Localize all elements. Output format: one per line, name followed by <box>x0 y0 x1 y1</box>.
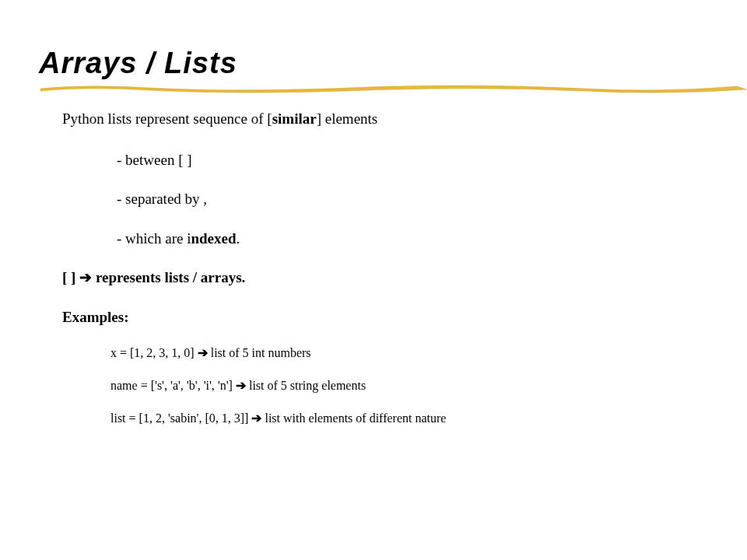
intro-bold: similar <box>272 110 317 127</box>
example-3-post: list with elements of different nature <box>261 411 446 425</box>
examples-label: Examples: <box>62 306 708 329</box>
examples-group: x = [1, 2, 3, 1, 0] ➔ list of 5 int numb… <box>62 344 708 428</box>
represents-post: represents lists / arrays. <box>92 269 245 285</box>
example-1-post: list of 5 int numbers <box>208 346 311 359</box>
bullet-3-post: . <box>237 230 240 247</box>
arrow-icon: ➔ <box>79 269 92 285</box>
intro-post: ] elements <box>317 110 378 127</box>
title-underline-stroke <box>40 82 747 96</box>
example-2: name = ['s', 'a', 'b', 'i', 'n'] ➔ list … <box>110 376 708 395</box>
arrow-icon: ➔ <box>236 379 246 392</box>
example-3-pre: list = [1, 2, 'sabin', [0, 1, 3]] <box>110 411 251 425</box>
arrow-icon: ➔ <box>198 346 208 359</box>
represents-line: [ ] ➔ represents lists / arrays. <box>62 267 708 289</box>
example-1: x = [1, 2, 3, 1, 0] ➔ list of 5 int numb… <box>110 344 708 362</box>
bullet-group: - between [ ] - separated by , - which a… <box>62 149 708 250</box>
slide-title: Arrays / Lists <box>39 47 708 80</box>
example-2-post: list of 5 string elements <box>246 379 366 392</box>
bullet-3-bold: ndexed <box>191 230 236 247</box>
example-3: list = [1, 2, 'sabin', [0, 1, 3]] ➔ list… <box>110 409 708 428</box>
slide-container: Arrays / Lists Python lists represent se… <box>0 0 747 481</box>
slide-content: Python lists represent sequence of [simi… <box>39 108 708 428</box>
bullet-2: - separated by , <box>117 188 708 211</box>
bullet-3: - which are indexed. <box>117 228 708 250</box>
intro-pre: Python lists represent sequence of [ <box>62 110 272 127</box>
bullet-3-pre: - which are i <box>117 230 191 247</box>
example-2-pre: name = ['s', 'a', 'b', 'i', 'n'] <box>110 379 236 392</box>
bullet-1: - between [ ] <box>117 149 708 172</box>
arrow-icon: ➔ <box>251 411 261 425</box>
example-1-pre: x = [1, 2, 3, 1, 0] <box>110 346 198 359</box>
intro-line: Python lists represent sequence of [simi… <box>62 108 708 131</box>
represents-pre: [ ] <box>62 269 79 285</box>
